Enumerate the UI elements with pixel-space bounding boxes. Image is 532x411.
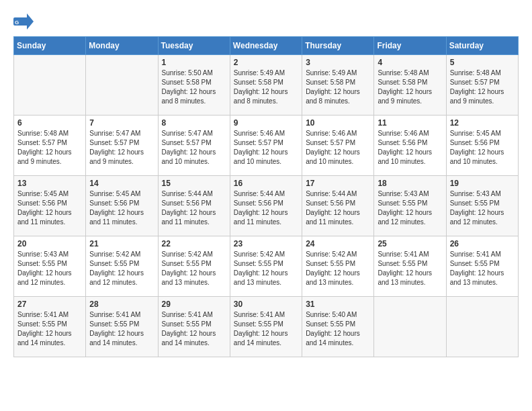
cell-info: Sunset: 5:55 PM: [378, 199, 442, 208]
cell-info: Sunrise: 5:44 AM: [306, 189, 370, 199]
calendar-cell: 25Sunrise: 5:41 AMSunset: 5:55 PMDayligh…: [374, 236, 446, 297]
cell-info: Sunset: 5:55 PM: [162, 320, 226, 329]
cell-info: Sunset: 5:55 PM: [450, 199, 515, 208]
cell-info: Daylight: 12 hours: [450, 208, 515, 218]
cell-info: and 8 minutes.: [162, 97, 226, 106]
cell-info: Sunset: 5:57 PM: [450, 78, 515, 87]
cell-info: and 12 minutes.: [450, 218, 515, 227]
cell-info: Daylight: 12 hours: [450, 269, 515, 278]
calendar-week-row: 27Sunrise: 5:41 AMSunset: 5:55 PMDayligh…: [14, 297, 519, 357]
calendar-cell: 5Sunrise: 5:48 AMSunset: 5:57 PMDaylight…: [446, 55, 518, 116]
cell-info: Sunrise: 5:43 AM: [17, 250, 82, 259]
cell-info: Sunset: 5:57 PM: [234, 138, 298, 148]
cell-info: Sunset: 5:56 PM: [450, 138, 515, 148]
calendar-cell: 23Sunrise: 5:42 AMSunset: 5:55 PMDayligh…: [230, 236, 302, 297]
cell-info: Sunrise: 5:42 AM: [306, 250, 370, 259]
day-number: 8: [162, 118, 226, 128]
calendar-table: SundayMondayTuesdayWednesdayThursdayFrid…: [13, 36, 519, 357]
calendar-cell: [446, 297, 518, 357]
cell-info: Sunrise: 5:42 AM: [89, 250, 154, 259]
cell-info: Sunset: 5:55 PM: [162, 259, 226, 269]
cell-info: Daylight: 12 hours: [17, 329, 82, 338]
calendar-cell: 11Sunrise: 5:46 AMSunset: 5:56 PMDayligh…: [374, 116, 446, 176]
cell-info: Sunset: 5:55 PM: [234, 259, 298, 269]
cell-info: Sunrise: 5:41 AM: [378, 250, 442, 259]
cell-info: Sunset: 5:56 PM: [162, 199, 226, 208]
weekday-header: Monday: [86, 37, 158, 55]
cell-info: and 8 minutes.: [306, 97, 370, 106]
cell-info: and 13 minutes.: [306, 278, 370, 287]
day-number: 26: [450, 239, 515, 248]
day-number: 23: [234, 239, 298, 248]
cell-info: Sunrise: 5:49 AM: [306, 68, 370, 78]
cell-info: Daylight: 12 hours: [234, 329, 298, 338]
day-number: 27: [17, 300, 82, 309]
cell-info: Sunrise: 5:47 AM: [89, 129, 154, 138]
cell-info: Daylight: 12 hours: [17, 208, 82, 218]
calendar-cell: [86, 55, 158, 116]
cell-info: and 14 minutes.: [162, 338, 226, 348]
cell-info: Sunrise: 5:41 AM: [162, 310, 226, 320]
cell-info: and 14 minutes.: [234, 338, 298, 348]
cell-info: Sunrise: 5:46 AM: [306, 129, 370, 138]
cell-info: and 10 minutes.: [162, 157, 226, 167]
calendar-cell: 15Sunrise: 5:44 AMSunset: 5:56 PMDayligh…: [158, 176, 230, 236]
cell-info: Sunrise: 5:44 AM: [234, 189, 298, 199]
cell-info: Sunrise: 5:48 AM: [17, 129, 82, 138]
cell-info: Sunrise: 5:41 AM: [450, 250, 515, 259]
calendar-cell: 12Sunrise: 5:45 AMSunset: 5:56 PMDayligh…: [446, 116, 518, 176]
day-number: 5: [450, 58, 515, 67]
cell-info: Daylight: 12 hours: [89, 208, 154, 218]
day-number: 31: [306, 300, 370, 309]
cell-info: Daylight: 12 hours: [306, 148, 370, 157]
cell-info: Sunrise: 5:48 AM: [378, 68, 442, 78]
cell-info: Sunset: 5:55 PM: [378, 259, 442, 269]
cell-info: Sunrise: 5:45 AM: [89, 189, 154, 199]
cell-info: Daylight: 12 hours: [162, 148, 226, 157]
cell-info: Daylight: 12 hours: [378, 87, 442, 97]
calendar-cell: 30Sunrise: 5:41 AMSunset: 5:55 PMDayligh…: [230, 297, 302, 357]
calendar-cell: 22Sunrise: 5:42 AMSunset: 5:55 PMDayligh…: [158, 236, 230, 297]
cell-info: Sunset: 5:55 PM: [306, 259, 370, 269]
day-number: 13: [17, 179, 82, 188]
day-number: 14: [89, 179, 154, 188]
cell-info: Sunset: 5:55 PM: [89, 320, 154, 329]
cell-info: Sunset: 5:55 PM: [234, 320, 298, 329]
cell-info: Sunrise: 5:48 AM: [450, 68, 515, 78]
calendar-body: 1Sunrise: 5:50 AMSunset: 5:58 PMDaylight…: [14, 55, 519, 357]
cell-info: and 9 minutes.: [89, 157, 154, 167]
cell-info: and 14 minutes.: [306, 338, 370, 348]
calendar-cell: 6Sunrise: 5:48 AMSunset: 5:57 PMDaylight…: [14, 116, 86, 176]
day-number: 30: [234, 300, 298, 309]
calendar-cell: 18Sunrise: 5:43 AMSunset: 5:55 PMDayligh…: [374, 176, 446, 236]
cell-info: Sunrise: 5:50 AM: [162, 68, 226, 78]
day-number: 19: [450, 179, 515, 188]
day-number: 15: [162, 179, 226, 188]
day-number: 1: [162, 58, 226, 67]
cell-info: Daylight: 12 hours: [234, 208, 298, 218]
cell-info: Daylight: 12 hours: [306, 208, 370, 218]
calendar-cell: [374, 297, 446, 357]
cell-info: Sunset: 5:58 PM: [234, 78, 298, 87]
cell-info: and 9 minutes.: [378, 97, 442, 106]
calendar-cell: 14Sunrise: 5:45 AMSunset: 5:56 PMDayligh…: [86, 176, 158, 236]
calendar-cell: 1Sunrise: 5:50 AMSunset: 5:58 PMDaylight…: [158, 55, 230, 116]
cell-info: Daylight: 12 hours: [450, 148, 515, 157]
calendar-cell: 29Sunrise: 5:41 AMSunset: 5:55 PMDayligh…: [158, 297, 230, 357]
day-number: 3: [306, 58, 370, 67]
cell-info: Sunset: 5:56 PM: [234, 199, 298, 208]
cell-info: Daylight: 12 hours: [378, 148, 442, 157]
cell-info: Daylight: 12 hours: [162, 329, 226, 338]
cell-info: Sunset: 5:55 PM: [17, 259, 82, 269]
day-number: 28: [89, 300, 154, 309]
cell-info: and 13 minutes.: [378, 278, 442, 287]
svg-text:G: G: [15, 19, 19, 26]
day-number: 11: [378, 118, 442, 128]
cell-info: Sunrise: 5:40 AM: [306, 310, 370, 320]
cell-info: Sunrise: 5:49 AM: [234, 68, 298, 78]
cell-info: Sunset: 5:56 PM: [378, 138, 442, 148]
day-number: 7: [89, 118, 154, 128]
cell-info: Daylight: 12 hours: [234, 148, 298, 157]
calendar-cell: 20Sunrise: 5:43 AMSunset: 5:55 PMDayligh…: [14, 236, 86, 297]
calendar-cell: 19Sunrise: 5:43 AMSunset: 5:55 PMDayligh…: [446, 176, 518, 236]
